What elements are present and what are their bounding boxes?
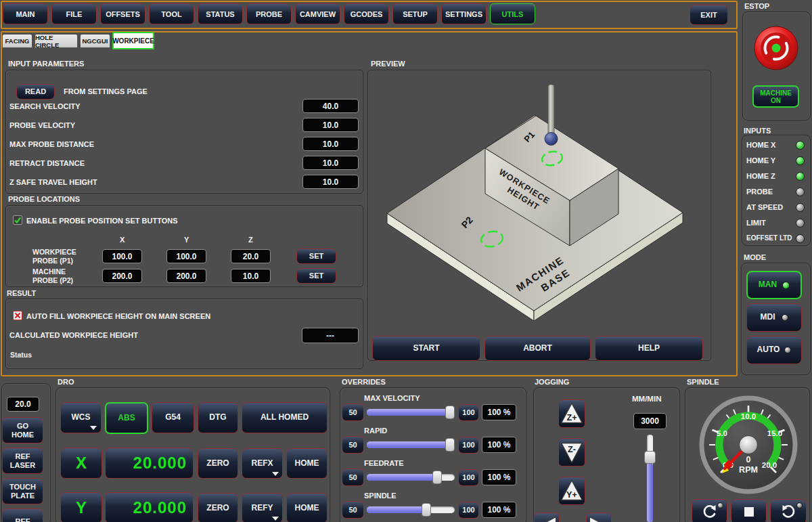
row-label: PROBE (P1) [32, 257, 73, 265]
go-home-button[interactable]: GO HOME [2, 417, 43, 443]
x-axis-button[interactable]: X [60, 448, 102, 479]
overrides-title: OVERRIDES [342, 378, 386, 386]
exit-button[interactable]: EXIT [690, 5, 728, 25]
slider-handle[interactable] [445, 438, 455, 452]
p1-x-field[interactable]: 100.0 [102, 249, 142, 263]
machine-on-button[interactable]: MACHINE ON [752, 85, 799, 108]
ref-laser-button[interactable]: REF LASER [2, 448, 43, 474]
man-led [782, 282, 790, 289]
feedrate-max-button[interactable]: 100 [458, 469, 479, 486]
spindle-reverse-button[interactable] [692, 499, 727, 522]
estop-button[interactable] [752, 24, 800, 72]
vslider-handle[interactable] [644, 451, 656, 464]
read-button[interactable]: READ [16, 84, 55, 100]
jog-z-plus-button[interactable]: Z+ [558, 399, 585, 428]
y-home-button[interactable]: HOME [286, 493, 328, 522]
search-velocity-field[interactable]: 40.0 [302, 99, 359, 113]
p2-y-field[interactable]: 200.0 [166, 269, 206, 283]
slider-handle[interactable] [422, 503, 431, 517]
dtg-button[interactable]: DTG [198, 402, 238, 433]
spindle-override-slider[interactable] [367, 504, 455, 516]
rapid-slider[interactable] [367, 439, 455, 451]
y-ref-dropdown[interactable]: REFY [242, 493, 283, 522]
wcs-dropdown[interactable]: WCS [60, 402, 102, 433]
menu-settings[interactable]: SETTINGS [441, 3, 487, 24]
tab-ngcgui[interactable]: NGCGUI [80, 34, 110, 48]
override-label: RAPID [364, 427, 387, 435]
max-probe-distance-field[interactable]: 10.0 [302, 137, 359, 151]
y-axis-dro: 20.000 [105, 492, 194, 522]
refx-label: REFX [251, 459, 273, 468]
menu-setup[interactable]: SETUP [392, 3, 438, 24]
menu-offsets[interactable]: OFFSETS [100, 3, 145, 24]
x-zero-button[interactable]: ZERO [198, 448, 238, 479]
probe-velocity-field[interactable]: 10.0 [302, 118, 359, 132]
jog-z-minus-button[interactable]: Z- [558, 438, 585, 466]
refy-label: REFY [251, 504, 273, 513]
x-ref-dropdown[interactable]: REFX [242, 448, 283, 479]
menu-tool[interactable]: TOOL [149, 3, 194, 24]
jog-increment-display[interactable]: 20.0 [7, 397, 39, 412]
rapid-min-button[interactable]: 50 [342, 436, 364, 454]
abort-button[interactable]: ABORT [484, 336, 591, 361]
tab-workpiece[interactable]: WORKPIECE [112, 32, 154, 49]
max-velocity-min-button[interactable]: 50 [342, 404, 364, 421]
feedrate-min-button[interactable]: 50 [342, 469, 364, 486]
slider-handle[interactable] [432, 471, 442, 484]
rapid-max-button[interactable]: 100 [458, 437, 479, 454]
p1-y-field[interactable]: 100.0 [166, 249, 206, 263]
menu-gcodes[interactable]: GCODES [344, 3, 389, 24]
x-home-button[interactable]: HOME [286, 448, 328, 479]
mode-mdi-button[interactable]: MDI [746, 303, 802, 332]
feedrate-slider[interactable] [367, 471, 455, 483]
slider-handle[interactable] [445, 406, 455, 419]
tab-hole-circle[interactable]: HOLE CIRCLE [35, 34, 78, 48]
p1-set-button[interactable]: SET [296, 248, 336, 264]
input-label: PROBE [746, 188, 773, 196]
menu-utils[interactable]: UTILS [490, 3, 535, 24]
slider-fill [367, 409, 452, 416]
svg-text:Y+: Y+ [566, 490, 577, 500]
help-button[interactable]: HELP [595, 336, 703, 361]
menu-status[interactable]: STATUS [198, 3, 243, 24]
svg-text:Z+: Z+ [566, 413, 577, 422]
abs-button[interactable]: ABS [105, 402, 148, 434]
touch-plate-button[interactable]: TOUCH PLATE [2, 478, 43, 504]
menu-file[interactable]: FILE [51, 3, 97, 24]
enable-set-buttons-checkbox[interactable] [13, 215, 22, 225]
spindle-max-button[interactable]: 100 [458, 502, 479, 519]
g54-button[interactable]: G54 [152, 402, 194, 433]
input-label: HOME Y [746, 156, 775, 165]
start-button[interactable]: START [372, 336, 480, 361]
jog-x-plus-button[interactable] [586, 513, 612, 522]
p2-z-field[interactable]: 10.0 [231, 269, 271, 283]
spindle-min-button[interactable]: 50 [342, 501, 364, 519]
z-safe-height-field[interactable]: 10.0 [302, 175, 359, 189]
at-speed-led [796, 203, 805, 212]
menu-camview[interactable]: CAMVIEW [295, 3, 340, 24]
menu-main[interactable]: MAIN [3, 3, 48, 24]
max-velocity-slider[interactable] [367, 406, 455, 418]
p2-x-field[interactable]: 200.0 [102, 269, 142, 283]
all-homed-button[interactable]: ALL HOMED [242, 402, 328, 433]
retract-distance-field[interactable]: 10.0 [302, 156, 359, 170]
jog-x-minus-button[interactable] [534, 513, 560, 522]
menu-probe[interactable]: PROBE [246, 3, 292, 24]
y-axis-button[interactable]: Y [60, 492, 102, 522]
jog-y-plus-button[interactable]: Y+ [558, 477, 585, 505]
spindle-forward-button[interactable] [770, 499, 807, 522]
p1-z-field[interactable]: 20.0 [231, 249, 271, 263]
p2-set-button[interactable]: SET [296, 268, 336, 284]
y-zero-button[interactable]: ZERO [198, 493, 238, 522]
preview-title: PREVIEW [371, 60, 405, 68]
ref-button[interactable]: REF [2, 508, 43, 522]
result-title: RESULT [7, 289, 36, 297]
tab-facing[interactable]: FACING [2, 34, 32, 48]
btn-line: PLATE [11, 492, 35, 500]
autofill-checkbox[interactable] [13, 311, 22, 320]
max-velocity-max-button[interactable]: 100 [458, 404, 479, 421]
mode-auto-button[interactable]: AUTO [746, 336, 802, 364]
mode-man-button[interactable]: MAN [746, 271, 802, 299]
override-label: MAX VELOCITY [364, 394, 420, 402]
spindle-stop-button[interactable] [731, 499, 767, 522]
